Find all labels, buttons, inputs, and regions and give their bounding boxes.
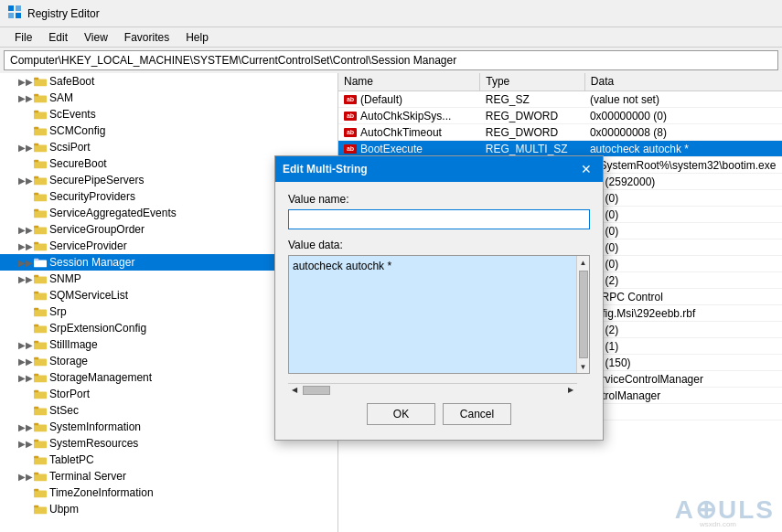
svg-rect-46 <box>34 424 47 431</box>
hscroll-thumb[interactable] <box>303 386 330 395</box>
svg-rect-42 <box>34 391 47 399</box>
tree-expander[interactable]: ▶ <box>18 173 33 187</box>
svg-rect-7 <box>34 94 38 97</box>
tree-item[interactable]: SCMConfig <box>0 122 336 139</box>
value-data-cell: %SystemRoot%\system32\bootim.exe <box>584 159 782 172</box>
tree-item-label: SecurityProviders <box>49 190 135 203</box>
scroll-thumb[interactable] <box>579 271 588 358</box>
tree-item-label: ServiceAggregatedEvents <box>49 207 177 219</box>
ok-button[interactable]: OK <box>367 403 435 425</box>
tree-expander[interactable]: ▶ <box>18 74 33 89</box>
value-type-icon: ab <box>344 144 357 154</box>
value-data-textarea[interactable] <box>289 256 576 373</box>
tree-item-label: SystemInformation <box>49 420 141 433</box>
menu-help[interactable]: Help <box>178 29 216 46</box>
address-path: Computer\HKEY_LOCAL_MACHINE\SYSTEM\Curre… <box>10 54 456 67</box>
tree-expander[interactable]: ▶ <box>18 354 33 368</box>
tree-item[interactable]: TabletPC <box>0 452 336 468</box>
value-data-cell: 00 (0) <box>584 225 782 238</box>
value-row[interactable]: abAutoChkTimeoutREG_DWORD0x00000008 (8) <box>338 124 782 141</box>
tree-item-label: StillImage <box>49 338 98 351</box>
col-type: Type <box>480 73 585 90</box>
tree-item[interactable]: TimeZoneInformation <box>0 484 336 501</box>
value-row[interactable]: ab(Default)REG_SZ(value not set) <box>338 91 782 108</box>
col-name: Name <box>338 73 480 90</box>
tree-item[interactable]: ▶ SAM <box>0 90 336 106</box>
dialog-close-button[interactable]: ✕ <box>577 160 595 178</box>
menu-file[interactable]: File <box>7 29 39 46</box>
value-data-cell: 0x00000000 (0) <box>584 110 782 122</box>
tree-expander[interactable]: ▶ <box>18 420 33 434</box>
scroll-up-arrow[interactable]: ▲ <box>577 256 590 269</box>
svg-rect-15 <box>34 160 38 163</box>
tree-item-label: SecureBoot <box>49 157 107 170</box>
tree-expander[interactable]: ▶ <box>18 90 33 105</box>
svg-rect-35 <box>34 325 38 327</box>
value-row[interactable]: abAutoChkSkipSys...REG_DWORD0x00000000 (… <box>338 108 782 124</box>
svg-rect-23 <box>34 226 38 229</box>
tree-expander[interactable]: ▶ <box>18 370 33 385</box>
tree-item-label: Ubpm <box>49 503 79 516</box>
svg-rect-30 <box>34 293 47 300</box>
value-data-cell: serviceControlManager <box>584 373 782 386</box>
tree-expander[interactable]: ▶ <box>18 436 33 451</box>
tree-expander <box>18 123 33 138</box>
scroll-down-arrow[interactable]: ▼ <box>577 360 590 373</box>
svg-rect-17 <box>34 176 38 179</box>
folder-icon <box>33 222 48 237</box>
tree-item[interactable]: ScEvents <box>0 106 336 122</box>
tree-expander[interactable]: ▶ <box>18 271 33 286</box>
hscroll-right-arrow[interactable]: ▶ <box>564 384 577 397</box>
folder-icon <box>33 469 48 484</box>
tree-expander[interactable]: ▶ <box>18 255 33 270</box>
svg-rect-16 <box>34 177 47 185</box>
svg-rect-41 <box>34 374 38 377</box>
tree-item-label: ScsiPort <box>49 141 91 154</box>
svg-rect-53 <box>34 473 38 475</box>
tree-expander <box>18 403 33 418</box>
value-data-cell: 02 (2) <box>584 274 782 287</box>
tree-expander[interactable]: ▶ <box>18 469 33 484</box>
value-name-input[interactable] <box>288 209 590 229</box>
value-data-cell: 96 (150) <box>584 356 782 369</box>
svg-rect-13 <box>34 144 38 146</box>
folder-icon <box>33 156 48 171</box>
tree-expander <box>18 156 33 171</box>
value-data-cell: 01 (1) <box>584 340 782 353</box>
menu-edit[interactable]: Edit <box>41 29 75 46</box>
folder-icon <box>33 354 48 368</box>
folder-icon <box>33 370 48 385</box>
hscroll-left-arrow[interactable]: ◀ <box>288 384 301 397</box>
folder-icon <box>33 74 48 89</box>
tree-expander[interactable]: ▶ <box>18 222 33 237</box>
folder-icon <box>33 420 48 434</box>
svg-rect-0 <box>8 5 14 11</box>
cancel-button[interactable]: Cancel <box>443 403 511 425</box>
menu-bar: File Edit View Favorites Help <box>0 27 782 48</box>
tree-expander[interactable]: ▶ <box>18 239 33 253</box>
tree-item[interactable]: ▶ SafeBoot <box>0 73 336 90</box>
menu-view[interactable]: View <box>77 29 115 46</box>
svg-rect-52 <box>34 473 47 481</box>
value-data-cell: onfig.Msi\292eebb.rbf <box>584 307 782 320</box>
folder-icon <box>33 288 48 303</box>
svg-rect-45 <box>34 407 38 410</box>
folder-icon <box>33 239 48 253</box>
tree-item[interactable]: ▶ ScsiPort <box>0 139 336 155</box>
hscrollbar-area: ◀ ▶ <box>288 383 590 396</box>
tree-item-label: SQMServiceList <box>49 289 128 302</box>
tree-item-label: StSec <box>49 404 79 417</box>
value-data-cell: 00 (0) <box>584 258 782 271</box>
svg-rect-48 <box>34 441 47 448</box>
svg-rect-56 <box>34 506 47 514</box>
tree-expander[interactable]: ▶ <box>18 140 33 154</box>
value-data-cell: s \RPC Control <box>584 291 782 303</box>
folder-icon <box>33 436 48 451</box>
svg-rect-32 <box>34 309 47 316</box>
tree-item[interactable]: Ubpm <box>0 501 336 517</box>
svg-rect-20 <box>34 210 47 218</box>
menu-favorites[interactable]: Favorites <box>117 29 177 46</box>
tree-item[interactable]: ▶ Terminal Server <box>0 468 336 484</box>
svg-rect-40 <box>34 375 47 382</box>
tree-expander[interactable]: ▶ <box>18 337 33 352</box>
